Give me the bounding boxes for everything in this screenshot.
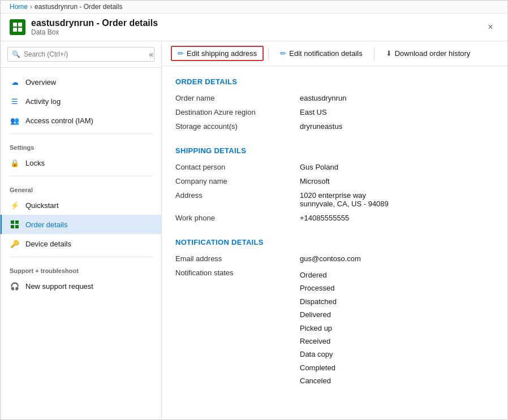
main-layout: 🔍 « ☁ Overview ☰ Activity log 👥 bbox=[1, 41, 507, 419]
notification-states-label: Notification states bbox=[175, 269, 300, 277]
breadcrumb-current: eastusdrynrun - Order details bbox=[35, 3, 122, 11]
breadcrumb-home[interactable]: Home bbox=[10, 3, 28, 11]
contact-person-value: Gus Poland bbox=[300, 163, 338, 171]
svg-rect-2 bbox=[13, 28, 17, 32]
contact-person-row: Contact person Gus Poland bbox=[175, 163, 494, 171]
order-name-label: Order name bbox=[175, 94, 300, 102]
storage-accounts-row: Storage account(s) dryruneastus bbox=[175, 122, 494, 131]
company-name-value: Microsoft bbox=[300, 177, 330, 185]
sidebar-item-device-details[interactable]: 🔑 Device details bbox=[1, 234, 161, 253]
headset-icon: 🎧 bbox=[10, 281, 20, 291]
order-details-section: ORDER DETAILS Order name eastusdrynrun D… bbox=[175, 77, 494, 131]
svg-rect-1 bbox=[18, 23, 22, 27]
sidebar-item-order-details-label: Order details bbox=[25, 220, 67, 229]
section-label-general: General bbox=[1, 180, 161, 196]
key-icon: 🔑 bbox=[10, 239, 20, 249]
download-icon: ⬇ bbox=[386, 49, 392, 58]
svg-rect-5 bbox=[15, 220, 19, 224]
company-name-row: Company name Microsoft bbox=[175, 177, 494, 185]
section-label-support: Support + troubleshoot bbox=[1, 261, 161, 276]
storage-accounts-label: Storage account(s) bbox=[175, 122, 300, 131]
order-details-title: ORDER DETAILS bbox=[175, 77, 494, 86]
download-order-label: Download order history bbox=[395, 49, 471, 58]
title-bar-text: eastusdrynrun - Order details Data Box bbox=[31, 18, 483, 36]
sidebar-nav: ☁ Overview ☰ Activity log 👥 Access contr… bbox=[1, 68, 161, 300]
close-button[interactable]: × bbox=[483, 19, 498, 35]
sidebar-item-quickstart-label: Quickstart bbox=[25, 201, 59, 210]
destination-region-value: East US bbox=[300, 108, 327, 116]
notification-details-section: NOTIFICATION DETAILS Email address gus@c… bbox=[175, 238, 494, 388]
svg-rect-0 bbox=[13, 23, 17, 27]
download-order-button[interactable]: ⬇ Download order history bbox=[379, 46, 477, 61]
notification-states-row: Notification states Ordered Processed Di… bbox=[175, 269, 494, 388]
email-address-row: Email address gus@contoso.com bbox=[175, 254, 494, 263]
contact-person-label: Contact person bbox=[175, 163, 300, 171]
notification-states-value: Ordered Processed Dispatched Delivered P… bbox=[300, 269, 337, 388]
sidebar-item-activity-log[interactable]: ☰ Activity log bbox=[1, 92, 161, 111]
search-icon: 🔍 bbox=[12, 50, 20, 58]
breadcrumb: Home › eastusdrynrun - Order details bbox=[1, 1, 507, 14]
pencil-icon: ✏ bbox=[178, 49, 184, 58]
shipping-details-section: SHIPPING DETAILS Contact person Gus Pola… bbox=[175, 146, 494, 222]
sidebar-item-order-details[interactable]: Order details bbox=[1, 215, 161, 234]
toolbar-separator-2 bbox=[374, 47, 374, 60]
page-subtitle: Data Box bbox=[31, 28, 483, 36]
toolbar-separator-1 bbox=[268, 47, 269, 60]
sidebar-item-activity-log-label: Activity log bbox=[25, 97, 61, 106]
title-bar: eastusdrynrun - Order details Data Box × bbox=[1, 14, 507, 41]
sidebar: 🔍 « ☁ Overview ☰ Activity log 👥 bbox=[1, 41, 162, 419]
section-label-settings: Settings bbox=[1, 137, 161, 153]
divider-2 bbox=[10, 176, 152, 176]
edit-notification-label: Edit notification details bbox=[289, 49, 362, 58]
edit-notification-button[interactable]: ✏ Edit notification details bbox=[273, 46, 369, 61]
grid-icon bbox=[10, 219, 20, 230]
content-area: ✏ Edit shipping address ✏ Edit notificat… bbox=[162, 41, 507, 419]
page-title: eastusdrynrun - Order details bbox=[31, 18, 483, 28]
svg-rect-7 bbox=[15, 225, 19, 228]
people-icon: 👥 bbox=[10, 115, 20, 125]
lock-icon: 🔒 bbox=[10, 158, 20, 168]
list-icon: ☰ bbox=[10, 96, 20, 106]
sidebar-item-new-support-label: New support request bbox=[25, 282, 93, 291]
notification-details-title: NOTIFICATION DETAILS bbox=[175, 238, 494, 246]
work-phone-label: Work phone bbox=[175, 214, 300, 222]
divider-3 bbox=[10, 257, 152, 257]
destination-region-label: Destination Azure region bbox=[175, 108, 300, 116]
svg-rect-4 bbox=[11, 220, 14, 224]
sidebar-item-access-control[interactable]: 👥 Access control (IAM) bbox=[1, 111, 161, 130]
toolbar: ✏ Edit shipping address ✏ Edit notificat… bbox=[162, 41, 507, 66]
cloud-icon: ☁ bbox=[10, 77, 20, 87]
main-window: Home › eastusdrynrun - Order details eas… bbox=[0, 0, 508, 420]
order-name-value: eastusdrynrun bbox=[300, 94, 346, 102]
destination-region-row: Destination Azure region East US bbox=[175, 108, 494, 116]
email-address-value: gus@contoso.com bbox=[300, 254, 361, 263]
sidebar-search-container: 🔍 « bbox=[1, 41, 161, 68]
email-address-label: Email address bbox=[175, 254, 300, 263]
address-row: Address 1020 enterprise waysunnyvale, CA… bbox=[175, 191, 494, 208]
sidebar-item-access-control-label: Access control (IAM) bbox=[25, 116, 93, 125]
divider-1 bbox=[10, 133, 152, 134]
pencil2-icon: ✏ bbox=[280, 49, 286, 58]
company-name-label: Company name bbox=[175, 177, 300, 185]
sidebar-item-device-details-label: Device details bbox=[25, 240, 71, 248]
svg-rect-6 bbox=[11, 225, 14, 228]
edit-shipping-label: Edit shipping address bbox=[187, 49, 257, 58]
detail-content: ORDER DETAILS Order name eastusdrynrun D… bbox=[162, 66, 507, 419]
sidebar-item-overview-label: Overview bbox=[25, 78, 56, 86]
app-icon bbox=[10, 19, 25, 35]
svg-rect-3 bbox=[18, 28, 22, 32]
storage-accounts-value: dryruneastus bbox=[300, 122, 342, 131]
edit-shipping-button[interactable]: ✏ Edit shipping address bbox=[171, 46, 264, 61]
address-value: 1020 enterprise waysunnyvale, CA, US - 9… bbox=[300, 191, 389, 208]
work-phone-row: Work phone +14085555555 bbox=[175, 214, 494, 222]
sidebar-item-locks-label: Locks bbox=[25, 159, 45, 167]
sidebar-item-locks[interactable]: 🔒 Locks bbox=[1, 153, 161, 172]
sidebar-item-overview[interactable]: ☁ Overview bbox=[1, 72, 161, 92]
sidebar-item-new-support[interactable]: 🎧 New support request bbox=[1, 276, 161, 296]
shipping-details-title: SHIPPING DETAILS bbox=[175, 146, 494, 155]
collapse-icon[interactable]: « bbox=[149, 50, 153, 59]
address-label: Address bbox=[175, 191, 300, 200]
bolt-icon: ⚡ bbox=[10, 200, 20, 210]
sidebar-item-quickstart[interactable]: ⚡ Quickstart bbox=[1, 196, 161, 215]
search-input[interactable] bbox=[7, 47, 154, 62]
